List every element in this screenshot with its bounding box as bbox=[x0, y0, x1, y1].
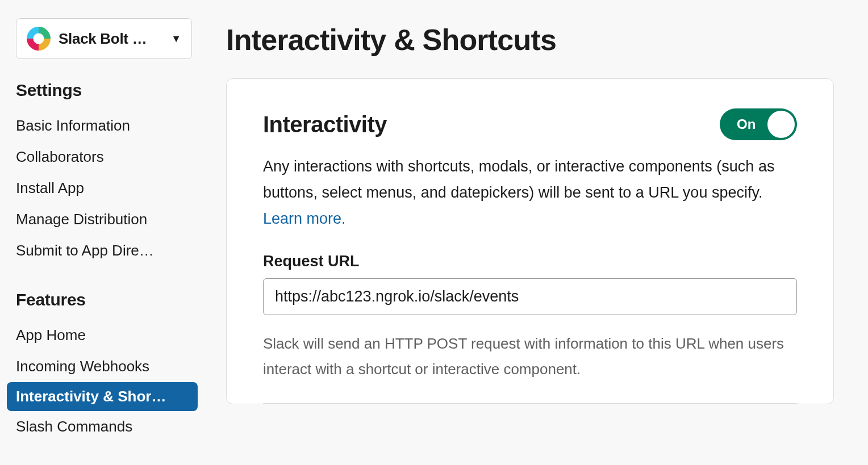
learn-more-link[interactable]: Learn more. bbox=[263, 210, 346, 227]
sidebar-heading-features: Features bbox=[16, 290, 194, 309]
card-header: Interactivity On bbox=[263, 108, 797, 140]
request-url-label: Request URL bbox=[263, 253, 797, 270]
interactivity-toggle[interactable]: On bbox=[720, 108, 797, 140]
sidebar-heading-settings: Settings bbox=[16, 81, 194, 100]
sidebar-item-collaborators[interactable]: Collaborators bbox=[16, 141, 194, 173]
toggle-label: On bbox=[737, 116, 756, 132]
interactivity-card: Interactivity On Any interactions with s… bbox=[226, 78, 834, 404]
card-title: Interactivity bbox=[263, 112, 387, 137]
sidebar-item-interactivity-shortcuts[interactable]: Interactivity & Shor… bbox=[7, 382, 198, 411]
request-url-input[interactable] bbox=[263, 278, 797, 315]
section-divider bbox=[263, 403, 797, 404]
sidebar-item-basic-information[interactable]: Basic Information bbox=[16, 110, 194, 141]
sidebar-item-manage-distribution[interactable]: Manage Distribution bbox=[16, 204, 194, 235]
app-logo-icon bbox=[27, 27, 51, 51]
description-text: Any interactions with shortcuts, modals,… bbox=[263, 158, 774, 201]
toggle-knob bbox=[767, 111, 795, 138]
sidebar-item-slash-commands[interactable]: Slash Commands bbox=[16, 411, 194, 442]
app-selector-name: Slack Bolt … bbox=[59, 30, 163, 48]
sidebar-item-install-app[interactable]: Install App bbox=[16, 173, 194, 204]
interactivity-description: Any interactions with shortcuts, modals,… bbox=[263, 154, 797, 232]
sidebar: Slack Bolt … ▼ Settings Basic Informatio… bbox=[0, 0, 210, 465]
sidebar-item-app-home[interactable]: App Home bbox=[16, 320, 194, 351]
sidebar-item-submit-app-directory[interactable]: Submit to App Dire… bbox=[16, 235, 194, 266]
page-title: Interactivity & Shortcuts bbox=[226, 23, 834, 57]
request-url-helper: Slack will send an HTTP POST request wit… bbox=[263, 331, 797, 383]
main-content: Interactivity & Shortcuts Interactivity … bbox=[210, 0, 868, 465]
svg-point-1 bbox=[34, 33, 44, 44]
caret-down-icon: ▼ bbox=[171, 33, 181, 45]
sidebar-item-incoming-webhooks[interactable]: Incoming Webhooks bbox=[16, 351, 194, 382]
app-selector-dropdown[interactable]: Slack Bolt … ▼ bbox=[16, 18, 192, 59]
